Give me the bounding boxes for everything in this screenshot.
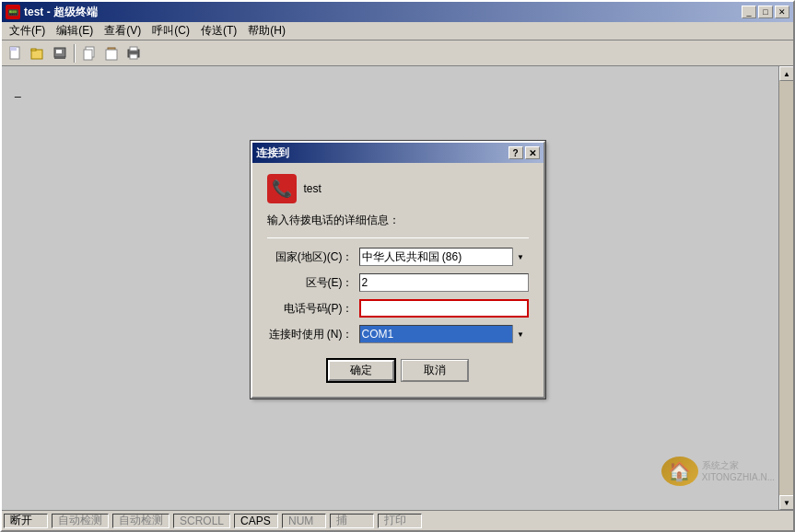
menu-edit[interactable]: 编辑(E) xyxy=(51,21,99,40)
status-disconnect: 断开 xyxy=(4,514,48,528)
country-select[interactable]: 中华人民共和国 (86) xyxy=(359,248,529,266)
toolbar-paste[interactable] xyxy=(101,43,122,64)
svg-rect-10 xyxy=(106,50,117,60)
menu-call[interactable]: 呼叫(C) xyxy=(146,21,195,40)
connect-using-label: 连接时使用 (N)： xyxy=(267,327,359,342)
minimize-button[interactable]: _ xyxy=(742,6,756,18)
toolbar-copy[interactable] xyxy=(79,43,99,64)
phone-input[interactable] xyxy=(359,299,529,318)
area-code-input[interactable] xyxy=(359,273,529,292)
dialog-close-button[interactable]: ✕ xyxy=(525,146,540,159)
scrollbar-vertical[interactable]: ▲ ▼ xyxy=(778,66,793,510)
phone-label: 电话号码(P)： xyxy=(267,301,359,317)
connect-using-row: 连接时使用 (N)： COM1 ▼ xyxy=(267,325,529,343)
menu-file[interactable]: 文件(F) xyxy=(4,21,51,40)
watermark-icon: 🏠 xyxy=(661,457,698,486)
connect-dialog: 连接到 ? ✕ 📞 xyxy=(251,141,545,399)
toolbar-print[interactable] xyxy=(123,43,144,64)
status-num: NUM xyxy=(282,514,326,528)
dialog-help-button[interactable]: ? xyxy=(509,146,523,159)
area-code-field xyxy=(359,273,529,292)
status-caps: CAPS xyxy=(234,514,278,528)
connect-using-field: COM1 ▼ xyxy=(359,325,529,343)
status-scroll: SCROLL xyxy=(173,514,230,528)
watermark-text: 系统之家XITONGZHIA.N... xyxy=(702,459,775,483)
dialog-buttons: 确定 取消 xyxy=(267,356,529,381)
dialog-title: 连接到 xyxy=(256,145,509,161)
country-row: 国家(地区)(C)： 中华人民共和国 (86) ▼ xyxy=(267,248,529,266)
area-code-row: 区号(E)： xyxy=(267,273,529,292)
menu-bar: 文件(F) 编辑(E) 查看(V) 呼叫(C) 传送(T) 帮助(H) xyxy=(2,22,793,40)
toolbar-fax[interactable] xyxy=(50,43,70,64)
menu-help[interactable]: 帮助(H) xyxy=(242,21,291,40)
status-bar-inner: 断开 自动检测 自动检测 SCROLL CAPS NUM 捕 打印 xyxy=(2,511,793,530)
svg-rect-6 xyxy=(54,57,65,59)
menu-view[interactable]: 查看(V) xyxy=(99,21,146,40)
scroll-track[interactable] xyxy=(779,81,793,495)
toolbar-sep-1 xyxy=(74,44,76,63)
menu-transfer[interactable]: 传送(T) xyxy=(195,21,242,40)
window-title: test - 超级终端 xyxy=(24,5,742,20)
status-capture: 捕 xyxy=(330,514,374,528)
connect-select-wrapper: COM1 ▼ xyxy=(359,325,529,343)
dialog-title-bar: 连接到 ? ✕ xyxy=(252,143,544,163)
window-controls: _ □ ✕ xyxy=(742,6,789,18)
connect-select[interactable]: COM1 xyxy=(359,325,529,343)
area-code-label: 区号(E)： xyxy=(267,275,359,291)
title-bar: 📟 test - 超级终端 _ □ ✕ xyxy=(2,2,793,22)
status-bar: 断开 自动检测 自动检测 SCROLL CAPS NUM 捕 打印 xyxy=(2,510,793,530)
watermark: 🏠 系统之家XITONGZHIA.N... xyxy=(661,457,775,486)
cursor-line: _ xyxy=(15,85,21,98)
dialog-header: 📞 test xyxy=(267,174,529,203)
main-area: _ ▲ ▼ 连接到 ? ✕ xyxy=(2,66,793,510)
status-autodetect-2: 自动检测 xyxy=(112,514,170,528)
country-field: 中华人民共和国 (86) ▼ xyxy=(359,248,529,266)
cancel-button[interactable]: 取消 xyxy=(402,360,468,381)
toolbar-open[interactable] xyxy=(28,43,48,64)
toolbar-new[interactable] xyxy=(6,43,26,64)
dialog-description: 输入待拨电话的详细信息： xyxy=(267,213,529,228)
connection-icon: 📞 xyxy=(267,174,297,203)
svg-rect-13 xyxy=(130,54,137,59)
main-window: 📟 test - 超级终端 _ □ ✕ 文件(F) 编辑(E) 查看(V) 呼叫… xyxy=(0,0,795,532)
country-select-wrapper: 中华人民共和国 (86) ▼ xyxy=(359,248,529,266)
phone-row: 电话号码(P)： xyxy=(267,299,529,318)
svg-rect-1 xyxy=(10,47,17,51)
country-label: 国家(地区)(C)： xyxy=(267,249,359,265)
maximize-button[interactable]: □ xyxy=(758,6,773,18)
close-button[interactable]: ✕ xyxy=(775,6,789,18)
phone-field xyxy=(359,299,529,318)
ok-button[interactable]: 确定 xyxy=(328,360,394,381)
svg-rect-3 xyxy=(31,49,36,51)
toolbar xyxy=(2,40,793,66)
dialog-content: 📞 test 输入待拨电话的详细信息： 国家(地区)(C)： xyxy=(252,163,544,392)
svg-rect-8 xyxy=(84,50,92,60)
svg-rect-5 xyxy=(56,50,62,53)
status-autodetect-1: 自动检测 xyxy=(52,514,109,528)
app-icon: 📟 xyxy=(6,5,20,19)
scroll-up-button[interactable]: ▲ xyxy=(779,66,793,81)
dialog-separator xyxy=(267,237,529,238)
dialog-title-buttons: ? ✕ xyxy=(509,146,540,159)
connection-name: test xyxy=(304,182,322,195)
scroll-down-button[interactable]: ▼ xyxy=(779,495,793,510)
svg-rect-12 xyxy=(130,47,137,51)
status-print: 打印 xyxy=(378,514,422,528)
svg-text:📞: 📞 xyxy=(272,179,293,199)
